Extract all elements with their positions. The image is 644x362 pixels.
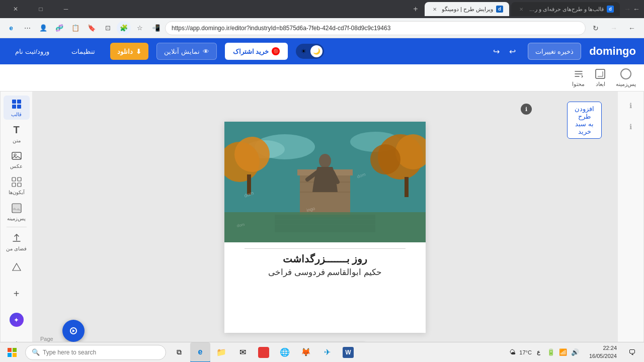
explorer-taskbar-item[interactable]: 📁 xyxy=(211,342,231,363)
cast-icon[interactable]: 📲 xyxy=(149,21,163,35)
icons-icon xyxy=(11,176,23,188)
mail-icon: ✉ xyxy=(237,347,248,358)
download-button[interactable]: ⬇ دانلود xyxy=(110,43,148,60)
light-mode-option[interactable]: ☀ xyxy=(297,45,309,57)
svg-rect-36 xyxy=(18,183,21,187)
app-header: domingo ذخیره تغییرات ↩ ↪ 🌙 ☀ 🔴 خرید اشت… xyxy=(0,38,644,64)
taskbar-search-bar[interactable]: 🔍 xyxy=(25,345,166,360)
word-taskbar-item[interactable]: W xyxy=(338,342,358,363)
photo-label: عکس xyxy=(10,163,23,169)
upload-icon xyxy=(11,232,23,244)
preview-label: نمایش آنلاین xyxy=(164,48,200,55)
task-view-button[interactable]: ⧉ xyxy=(169,342,189,363)
chrome-taskbar-item[interactable]: 🌐 xyxy=(275,342,295,363)
dimensions-tool[interactable]: ابعاد xyxy=(595,68,606,87)
firefox-taskbar-item[interactable]: 🦊 xyxy=(296,342,316,363)
address-bar[interactable]: https://app.domingo.ir/editor?industryId… xyxy=(165,21,586,35)
template-label: قالب xyxy=(11,112,22,117)
svg-rect-27 xyxy=(12,100,16,104)
browser-forward-icon[interactable]: → xyxy=(624,5,631,13)
refresh-button[interactable]: ↻ xyxy=(588,20,604,36)
save-button[interactable]: ذخیره تغییرات xyxy=(528,43,582,60)
login-button[interactable]: ورود/ثبت نام xyxy=(8,43,56,60)
mail-taskbar-item[interactable]: ✉ xyxy=(232,342,253,363)
dimensions-icon xyxy=(595,68,606,79)
theme-toggle[interactable]: 🌙 ☀ xyxy=(296,44,324,59)
right-panel-divider xyxy=(7,227,27,227)
preview-button[interactable]: 👁 نمایش آنلاین xyxy=(156,43,217,60)
tab-templates[interactable]: d قالب‌ها و طرح‌های حرفه‌ای و رایگان ✕ xyxy=(511,2,620,16)
search-input[interactable] xyxy=(43,349,159,356)
notification-button[interactable]: 🗨 xyxy=(622,342,642,363)
undo-button[interactable]: ↩ xyxy=(506,44,520,58)
panel-text[interactable]: T متن xyxy=(4,122,30,146)
upload-label: فضای من xyxy=(6,246,27,251)
tab-editor[interactable]: d ویرایش طرح | دومینگو ✕ xyxy=(425,2,509,16)
background-tool[interactable]: پس‌زمینه xyxy=(616,68,636,87)
info-button[interactable]: ℹ xyxy=(521,104,532,115)
telegram-taskbar-item[interactable]: ✈ xyxy=(317,342,337,363)
browser-back-icon[interactable]: ← xyxy=(633,5,640,13)
editor-toolbar: پس‌زمینه ابعاد محتوا xyxy=(0,64,644,92)
extension5-icon[interactable]: 🧬 xyxy=(52,21,66,35)
panel-upload[interactable]: فضای من xyxy=(4,230,30,254)
extension2-icon[interactable]: ⊡ xyxy=(101,21,115,35)
system-clock[interactable]: 22:24 16/05/2024 xyxy=(585,344,621,360)
redo-button[interactable]: ↪ xyxy=(490,44,504,58)
svg-rect-30 xyxy=(17,105,21,109)
battery-icon[interactable]: 🔋 xyxy=(546,347,556,357)
word-icon: W xyxy=(343,347,354,358)
canvas-sub-text[interactable]: حکیم ابوالقاسم فردوسی فراخی xyxy=(234,267,416,278)
profile-icon[interactable]: 👤 xyxy=(36,21,50,35)
left-info2[interactable]: ℹ xyxy=(622,118,640,136)
content-tool[interactable]: محتوا xyxy=(572,68,585,87)
system-tray: 🌤 17°C ع 🔋 📶 🔊 xyxy=(503,347,584,357)
telegram-icon: ✈ xyxy=(321,347,333,358)
forward-button[interactable]: → xyxy=(606,20,622,36)
panel-icons[interactable]: آیکون‌ها xyxy=(4,173,30,198)
canvas-main-text[interactable]: روز بـــــــزرگداشت xyxy=(234,253,416,265)
more-icon[interactable]: ⋯ xyxy=(20,21,34,35)
weather-icon[interactable]: 🌤 xyxy=(507,347,517,357)
notification-icon: 🗨 xyxy=(628,348,635,356)
panel-shapes[interactable] xyxy=(4,256,30,280)
canvas-image: dom ingo dom dom xyxy=(224,122,426,242)
tab2-close-icon[interactable]: ✕ xyxy=(431,5,439,13)
close-button[interactable]: ✕ xyxy=(4,0,27,18)
edge-icon[interactable]: e xyxy=(4,21,18,35)
back-button[interactable]: ← xyxy=(624,20,640,36)
panel-ai[interactable]: ✦ xyxy=(4,308,30,332)
minimize-button[interactable]: ─ xyxy=(54,0,77,18)
panel-add[interactable]: + xyxy=(4,282,30,306)
tab1-close-icon[interactable]: ✕ xyxy=(517,5,525,13)
page-indicator: Page xyxy=(40,336,53,342)
start-button[interactable] xyxy=(2,342,22,363)
add-to-cart-button[interactable]: افزودن طرح به سبد خرید xyxy=(567,102,602,139)
red-app-taskbar-item[interactable] xyxy=(254,342,274,363)
keyboard-icon[interactable]: ع xyxy=(534,347,544,357)
extension4-icon[interactable]: 📋 xyxy=(68,21,83,35)
maximize-button[interactable]: □ xyxy=(29,0,52,18)
share-label: خرید اشتراک xyxy=(233,48,269,55)
favorites-icon[interactable]: ☆ xyxy=(133,21,147,35)
edge-taskbar-item[interactable]: e xyxy=(190,342,210,363)
text-icon: T xyxy=(11,124,23,136)
volume-icon[interactable]: 🔊 xyxy=(570,347,580,357)
network-icon[interactable]: 📶 xyxy=(558,347,568,357)
svg-point-18 xyxy=(319,154,331,168)
panel-template[interactable]: قالب xyxy=(4,96,30,120)
firefox-icon: 🦊 xyxy=(300,347,311,358)
tab-bar: ← → d قالب‌ها و طرح‌های حرفه‌ای و رایگان… xyxy=(0,0,644,18)
svg-rect-37 xyxy=(12,204,21,213)
extension1-icon[interactable]: 🧩 xyxy=(117,21,131,35)
fab-button[interactable] xyxy=(62,320,85,342)
content-icon xyxy=(573,68,584,79)
panel-background[interactable]: پس‌زمینه xyxy=(4,200,30,224)
share-button[interactable]: 🔴 خرید اشتراک xyxy=(225,43,288,60)
panel-photo[interactable]: عکس xyxy=(4,147,30,171)
extension3-icon[interactable]: 🔖 xyxy=(85,21,99,35)
settings-button[interactable]: تنظیمات xyxy=(64,43,102,60)
dark-mode-option[interactable]: 🌙 xyxy=(310,45,323,57)
left-info1[interactable]: ℹ xyxy=(622,97,640,115)
new-tab-button[interactable]: + xyxy=(409,2,423,16)
